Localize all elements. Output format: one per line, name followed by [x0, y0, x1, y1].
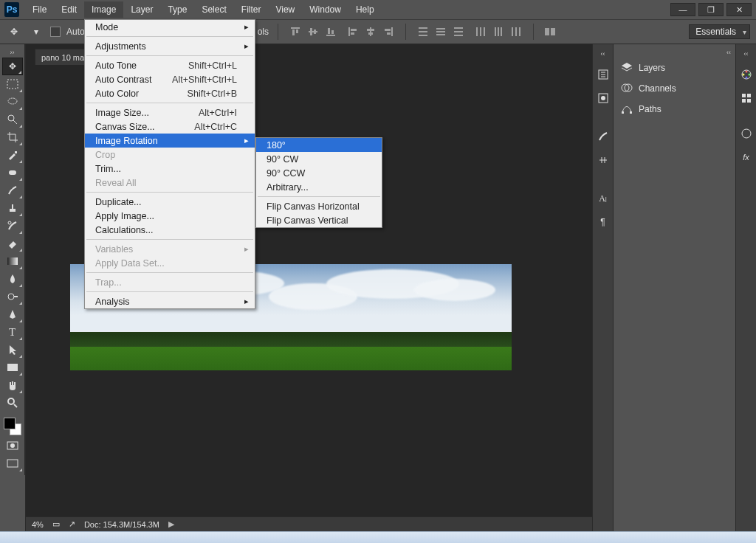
menu-filter[interactable]: Filter	[234, 1, 269, 18]
menu-window[interactable]: Window	[302, 1, 348, 18]
rectangle-tool[interactable]	[2, 359, 23, 376]
rotation-submenu-flip-canvas-vertical[interactable]: Flip Canvas Vertical	[256, 213, 382, 227]
image-menu-trim[interactable]: Trim...	[85, 162, 255, 176]
status-preview-icon[interactable]: ▭	[52, 519, 60, 529]
image-menu-mode[interactable]: Mode	[85, 20, 255, 34]
dist-right-icon[interactable]	[508, 24, 524, 39]
menu-item-label: Adjustments	[95, 41, 146, 52]
eyedropper-tool[interactable]	[2, 146, 23, 164]
menu-item-label: Arbitrary...	[267, 182, 309, 193]
eraser-tool[interactable]	[2, 235, 23, 252]
menu-edit[interactable]: Edit	[54, 1, 84, 18]
clone-stamp-tool[interactable]	[2, 199, 23, 217]
panel-expand-icon[interactable]: ‹‹	[601, 49, 605, 59]
menu-type[interactable]: Type	[160, 1, 194, 18]
paragraph-panel-icon[interactable]: ¶	[595, 214, 611, 230]
align-bottom-icon[interactable]	[323, 24, 339, 39]
lasso-tool[interactable]	[2, 93, 23, 111]
align-left-icon[interactable]	[345, 24, 361, 39]
image-menu-auto-tone[interactable]: Auto ToneShift+Ctrl+L	[85, 58, 255, 72]
align-top-icon[interactable]	[287, 24, 303, 39]
healing-brush-tool[interactable]	[2, 164, 23, 181]
pen-tool[interactable]	[2, 305, 23, 323]
character-panel-icon[interactable]: A|	[595, 190, 611, 207]
rect-marquee-tool[interactable]	[2, 75, 23, 93]
menu-file[interactable]: File	[25, 1, 54, 18]
hand-tool[interactable]	[2, 376, 23, 394]
panel-tab-paths[interactable]: Paths	[614, 99, 735, 120]
rotation-submenu-90-cw[interactable]: 90° CW	[256, 152, 382, 166]
document-tab[interactable]: pano 10 ma	[35, 49, 91, 65]
zoom-level[interactable]: 4%	[32, 520, 44, 529]
properties-panel-icon[interactable]	[595, 90, 611, 106]
panel-tab-channels[interactable]: Channels	[614, 78, 735, 99]
swatches-panel-icon[interactable]	[738, 90, 755, 106]
fx-panel-icon[interactable]: fx	[738, 149, 755, 165]
styles-panel-icon[interactable]	[738, 125, 755, 142]
history-panel-icon[interactable]	[595, 66, 611, 83]
menu-item-label: Flip Canvas Horizontal	[267, 201, 360, 212]
menu-layer[interactable]: Layer	[123, 1, 160, 18]
align-vcenter-icon[interactable]	[305, 24, 321, 39]
dist-vcenter-icon[interactable]	[433, 24, 449, 39]
status-export-icon[interactable]: ↗	[69, 519, 75, 529]
dist-left-icon[interactable]	[472, 24, 489, 39]
rotation-submenu-90-ccw[interactable]: 90° CCW	[256, 166, 382, 180]
image-menu-calculations[interactable]: Calculations...	[85, 223, 255, 237]
dodge-tool[interactable]	[2, 288, 23, 305]
image-menu-image-rotation[interactable]: Image Rotation	[85, 134, 255, 148]
gradient-tool[interactable]	[2, 252, 23, 270]
rotation-submenu-arbitrary[interactable]: Arbitrary...	[256, 180, 382, 194]
type-tool[interactable]: T	[2, 323, 23, 341]
quick-mask-toggle[interactable]	[2, 437, 23, 454]
svg-point-52	[10, 443, 15, 448]
image-menu-apply-image[interactable]: Apply Image...	[85, 209, 255, 223]
close-button[interactable]: ✕	[726, 3, 752, 16]
brush-tool[interactable]	[2, 181, 23, 199]
dist-bottom-icon[interactable]	[450, 24, 467, 39]
align-hcenter-icon[interactable]	[362, 24, 379, 39]
panel-collapse-icon[interactable]: ‹‹	[614, 47, 735, 58]
svg-rect-11	[351, 32, 354, 35]
image-menu-adjustments[interactable]: Adjustments	[85, 39, 255, 53]
image-menu-auto-color[interactable]: Auto ColorShift+Ctrl+B	[85, 86, 255, 100]
screen-mode-toggle[interactable]	[2, 454, 23, 472]
menu-help[interactable]: Help	[348, 1, 382, 18]
menu-image[interactable]: Image	[84, 1, 123, 18]
workspace-switcher[interactable]: Essentials	[689, 24, 750, 39]
maximize-button[interactable]: ❐	[698, 3, 724, 16]
image-menu-image-size[interactable]: Image Size...Alt+Ctrl+I	[85, 106, 255, 120]
move-tool[interactable]: ✥	[2, 58, 23, 75]
image-menu-canvas-size[interactable]: Canvas Size...Alt+Ctrl+C	[85, 120, 255, 134]
adjustments-panel-icon[interactable]	[595, 152, 611, 168]
panel-expand-icon[interactable]: ‹‹	[744, 49, 749, 59]
quick-select-tool[interactable]	[2, 111, 23, 128]
panel-tab-layers[interactable]: Layers	[614, 58, 735, 78]
color-panel-icon[interactable]	[738, 66, 755, 83]
tool-preset-dropdown[interactable]: ▾	[28, 24, 44, 40]
image-menu-auto-contrast[interactable]: Auto ContrastAlt+Shift+Ctrl+L	[85, 72, 255, 86]
toolbox-collapse-icon[interactable]: ››	[10, 47, 15, 58]
svg-rect-16	[385, 29, 391, 31]
svg-rect-6	[326, 35, 335, 36]
crop-tool[interactable]	[2, 128, 23, 146]
menu-select[interactable]: Select	[194, 1, 233, 18]
menu-view[interactable]: View	[268, 1, 302, 18]
image-menu-analysis[interactable]: Analysis	[85, 294, 255, 308]
brush-panel-icon[interactable]	[595, 128, 611, 145]
align-right-icon[interactable]	[380, 24, 396, 39]
path-select-tool[interactable]	[2, 341, 23, 359]
auto-align-icon[interactable]	[543, 24, 559, 39]
minimize-button[interactable]: —	[670, 3, 695, 16]
status-more-icon[interactable]: ▶	[168, 519, 174, 529]
history-brush-tool[interactable]	[2, 217, 23, 235]
auto-select-checkbox[interactable]	[50, 27, 61, 37]
rotation-submenu-flip-canvas-horizontal[interactable]: Flip Canvas Horizontal	[256, 199, 382, 213]
zoom-tool[interactable]	[2, 394, 23, 412]
blur-tool[interactable]	[2, 270, 23, 288]
dist-hcenter-icon[interactable]	[490, 24, 506, 39]
rotation-submenu-180[interactable]: 180°	[256, 138, 382, 152]
dist-top-icon[interactable]	[415, 24, 431, 39]
image-menu-duplicate[interactable]: Duplicate...	[85, 195, 255, 209]
color-swatches[interactable]	[2, 416, 23, 437]
